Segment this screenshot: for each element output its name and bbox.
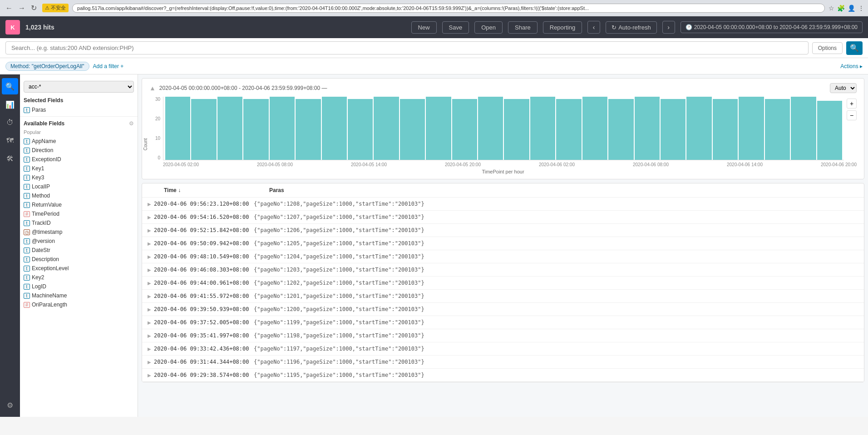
field-item-machinename[interactable]: t MachineName	[20, 291, 138, 300]
field-item-exceptionid[interactable]: t ExceptionID	[20, 155, 138, 164]
row-expand-7[interactable]: ▶	[148, 294, 151, 299]
field-item-localip[interactable]: t LocalIP	[20, 182, 138, 191]
index-pattern-select[interactable]: acc-*	[24, 81, 134, 93]
search-input[interactable]	[5, 41, 809, 54]
new-button[interactable]: New	[411, 21, 437, 34]
zoom-out-button[interactable]: −	[847, 110, 857, 120]
chart-bar-18[interactable]	[635, 97, 660, 160]
actions-button[interactable]: Actions ▸	[840, 63, 863, 69]
time-next-button[interactable]: ›	[662, 21, 675, 34]
time-column-header[interactable]: Time ↓	[164, 187, 264, 193]
field-item-direction[interactable]: t Direction	[20, 146, 138, 155]
chart-bar-22[interactable]	[739, 97, 764, 160]
chart-bar-7[interactable]	[348, 99, 373, 160]
chart-bar-17[interactable]	[608, 99, 633, 160]
active-filter[interactable]: Method: "getOrderOperLogAll"	[5, 62, 89, 71]
settings-icon[interactable]: ⚙	[129, 120, 134, 127]
url-bar[interactable]: pallog.517la.com/app/kibana#/discover?_g…	[72, 4, 825, 13]
bookmark-icon[interactable]: ☆	[829, 5, 834, 12]
nav-dashboard[interactable]: ⏱	[2, 114, 18, 131]
field-item-key1[interactable]: t Key1	[20, 164, 138, 173]
chart-bar-19[interactable]	[661, 99, 686, 160]
row-expand-1[interactable]: ▶	[148, 215, 151, 220]
reporting-button[interactable]: Reporting	[543, 21, 582, 34]
extensions-icon[interactable]: 🧩	[837, 5, 845, 12]
chart-bar-1[interactable]	[191, 99, 216, 160]
table-row[interactable]: ▶ 2020-04-06 09:48:10.549+08:00 {"pageNo…	[142, 250, 864, 263]
time-prev-button[interactable]: ‹	[587, 21, 600, 34]
table-row[interactable]: ▶ 2020-04-06 09:37:52.005+08:00 {"pageNo…	[142, 316, 864, 329]
chart-bar-15[interactable]	[556, 99, 581, 160]
forward-button[interactable]: →	[16, 3, 27, 13]
table-row[interactable]: ▶ 2020-04-06 09:33:42.436+08:00 {"pageNo…	[142, 342, 864, 356]
field-item-timeperiod[interactable]: # TimePeriod	[20, 209, 138, 218]
table-row[interactable]: ▶ 2020-04-06 09:39:50.939+08:00 {"pageNo…	[142, 303, 864, 316]
row-expand-4[interactable]: ▶	[148, 254, 151, 259]
time-range-picker[interactable]: 🕐 2020-04-05 00:00:00.000+08:00 to 2020-…	[681, 21, 863, 33]
chart-bar-23[interactable]	[765, 99, 790, 160]
auto-refresh-button[interactable]: ↻ Auto-refresh	[606, 21, 657, 34]
field-item-key3[interactable]: t Key3	[20, 173, 138, 182]
table-row[interactable]: ▶ 2020-04-06 09:56:23.120+08:00 {"pageNo…	[142, 198, 864, 211]
paras-column-header[interactable]: Paras	[269, 187, 858, 193]
field-item-appname[interactable]: t AppName	[20, 137, 138, 146]
row-expand-5[interactable]: ▶	[148, 267, 151, 272]
chart-collapse-button[interactable]: ▲	[149, 84, 156, 92]
open-button[interactable]: Open	[474, 21, 503, 34]
table-row[interactable]: ▶ 2020-04-06 09:46:08.303+08:00 {"pageNo…	[142, 263, 864, 277]
chart-bar-8[interactable]	[374, 97, 399, 160]
field-item-method[interactable]: t Method	[20, 191, 138, 200]
chart-bar-24[interactable]	[791, 97, 816, 160]
row-expand-10[interactable]: ▶	[148, 333, 151, 338]
chart-bar-11[interactable]	[452, 99, 477, 160]
back-button[interactable]: ←	[4, 3, 15, 13]
table-row[interactable]: ▶ 2020-04-06 09:29:38.574+08:00 {"pageNo…	[142, 369, 864, 382]
nav-maps[interactable]: 🗺	[2, 133, 18, 149]
table-row[interactable]: ▶ 2020-04-06 09:31:44.344+08:00 {"pageNo…	[142, 356, 864, 369]
chart-bar-16[interactable]	[582, 97, 607, 160]
chart-bar-13[interactable]	[504, 99, 529, 160]
save-button[interactable]: Save	[442, 21, 469, 34]
chart-bar-9[interactable]	[400, 99, 425, 160]
profile-icon[interactable]: 👤	[848, 5, 855, 12]
row-expand-3[interactable]: ▶	[148, 241, 151, 246]
zoom-in-button[interactable]: +	[847, 99, 857, 109]
row-expand-0[interactable]: ▶	[148, 202, 151, 207]
field-item-trackid[interactable]: t TrackID	[20, 218, 138, 227]
row-expand-13[interactable]: ▶	[148, 373, 151, 378]
options-button[interactable]: Options	[812, 42, 843, 54]
chart-auto-select[interactable]: Auto	[830, 83, 857, 93]
field-item-description[interactable]: t Description	[20, 255, 138, 264]
chart-bar-2[interactable]	[217, 97, 242, 160]
nav-visualize[interactable]: 📊	[2, 96, 18, 113]
chart-bar-3[interactable]	[243, 99, 268, 160]
field-item-oriparalength[interactable]: # OriParaLength	[20, 300, 138, 309]
table-row[interactable]: ▶ 2020-04-06 09:50:09.942+08:00 {"pageNo…	[142, 237, 864, 250]
add-filter-button[interactable]: Add a filter +	[93, 63, 124, 69]
nav-discover[interactable]: 🔍	[2, 78, 18, 94]
nav-devtools[interactable]: 🛠	[2, 151, 18, 167]
chart-bar-6[interactable]	[322, 97, 347, 160]
field-item-logid[interactable]: t LogID	[20, 282, 138, 291]
field-item-returnvalue[interactable]: t ReturnValue	[20, 200, 138, 209]
share-button[interactable]: Share	[508, 21, 538, 34]
chart-bar-5[interactable]	[296, 99, 321, 160]
reload-button[interactable]: ↻	[29, 3, 39, 13]
row-expand-12[interactable]: ▶	[148, 360, 151, 365]
chart-bar-10[interactable]	[426, 97, 451, 160]
nav-settings[interactable]: ⚙	[2, 397, 18, 413]
field-item-key2[interactable]: t Key2	[20, 273, 138, 282]
row-expand-6[interactable]: ▶	[148, 281, 151, 286]
search-submit-button[interactable]: 🔍	[846, 41, 863, 55]
chart-bar-4[interactable]	[270, 97, 295, 160]
row-expand-2[interactable]: ▶	[148, 228, 151, 233]
chart-bar-25[interactable]	[817, 101, 842, 160]
menu-icon[interactable]: ⋮	[858, 5, 864, 12]
chart-bar-12[interactable]	[478, 97, 503, 160]
table-row[interactable]: ▶ 2020-04-06 09:54:16.520+08:00 {"pageNo…	[142, 211, 864, 224]
field-item-@timestamp[interactable]: ◷ @timestamp	[20, 227, 138, 237]
table-row[interactable]: ▶ 2020-04-06 09:35:41.997+08:00 {"pageNo…	[142, 329, 864, 342]
chart-bar-20[interactable]	[686, 97, 711, 160]
selected-field-paras[interactable]: t Paras	[20, 105, 138, 114]
row-expand-11[interactable]: ▶	[148, 346, 151, 351]
